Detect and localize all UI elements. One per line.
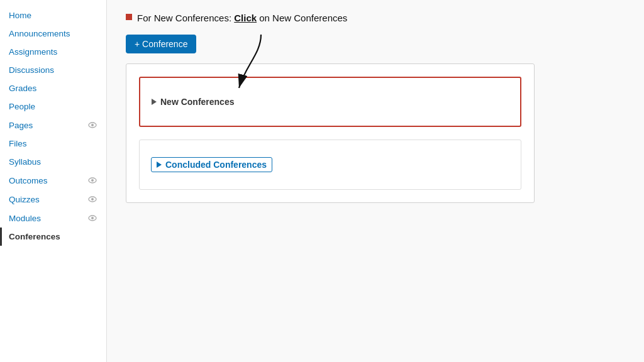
sidebar-item-outcomes[interactable]: Outcomes — [0, 171, 106, 190]
sidebar-item-announcements[interactable]: Announcements — [0, 25, 106, 43]
sidebar-item-label: Modules — [9, 214, 41, 223]
sidebar-item-label: Pages — [9, 121, 33, 130]
sidebar-item-label: Grades — [9, 84, 36, 93]
sidebar-item-grades[interactable]: Grades — [0, 79, 106, 97]
sidebar-item-discussions[interactable]: Discussions — [0, 61, 106, 79]
click-link: Click — [234, 13, 257, 23]
sidebar-item-label: Assignments — [9, 47, 57, 57]
sidebar-item-people[interactable]: People — [0, 97, 106, 116]
sidebar-item-syllabus[interactable]: Syllabus — [0, 153, 106, 171]
sidebar-item-label: Conferences — [9, 232, 60, 241]
instruction-prefix: For New Conferences: — [137, 13, 234, 23]
sidebar-item-label: People — [9, 102, 35, 111]
sidebar-item-files[interactable]: Files — [0, 134, 106, 153]
triangle-icon — [152, 99, 157, 105]
concluded-conferences-label: Concluded Conferences — [165, 160, 267, 170]
red-bullet-icon — [126, 14, 132, 20]
new-conferences-section: New Conferences — [139, 77, 521, 127]
new-conference-button-label: + Conference — [135, 39, 187, 49]
concluded-conferences-badge[interactable]: Concluded Conferences — [151, 157, 272, 172]
svg-point-3 — [91, 179, 94, 182]
main-content: For New Conferences: Click on New Confer… — [107, 0, 644, 362]
sidebar-item-modules[interactable]: Modules — [0, 209, 106, 228]
sidebar-item-label: Announcements — [9, 29, 70, 38]
sidebar-item-quizzes[interactable]: Quizzes — [0, 190, 106, 209]
instruction-text: For New Conferences: Click on New Confer… — [137, 11, 347, 25]
sidebar-item-home[interactable]: Home — [0, 6, 106, 25]
svg-point-5 — [91, 198, 94, 200]
new-conferences-label: New Conferences — [160, 97, 234, 107]
sidebar-item-label: Discussions — [9, 65, 54, 75]
eye-icon — [87, 213, 97, 223]
conferences-panel: New Conferences Concluded Conferences — [126, 63, 535, 203]
instruction-suffix: on New Conferences — [257, 13, 347, 23]
sidebar-item-pages[interactable]: Pages — [0, 116, 106, 134]
new-conferences-header: New Conferences — [152, 97, 234, 107]
sidebar-item-conferences[interactable]: Conferences — [0, 228, 106, 246]
sidebar-item-label: Syllabus — [9, 157, 41, 167]
sidebar-item-label: Quizzes — [9, 195, 40, 204]
sidebar: Home Announcements Assignments Discussio… — [0, 0, 107, 362]
sidebar-item-label: Home — [9, 11, 31, 20]
eye-icon — [87, 175, 97, 185]
eye-icon — [87, 194, 97, 204]
sidebar-item-assignments[interactable]: Assignments — [0, 43, 106, 61]
sidebar-item-label: Files — [9, 139, 27, 148]
eye-icon — [87, 120, 97, 130]
sidebar-item-label: Outcomes — [9, 176, 48, 185]
svg-point-1 — [91, 124, 94, 126]
triangle-icon — [157, 162, 162, 168]
svg-point-7 — [91, 217, 94, 219]
concluded-conferences-section: Concluded Conferences — [139, 140, 521, 190]
instruction-bar: For New Conferences: Click on New Confer… — [126, 11, 625, 25]
new-conference-button[interactable]: + Conference — [126, 35, 196, 53]
